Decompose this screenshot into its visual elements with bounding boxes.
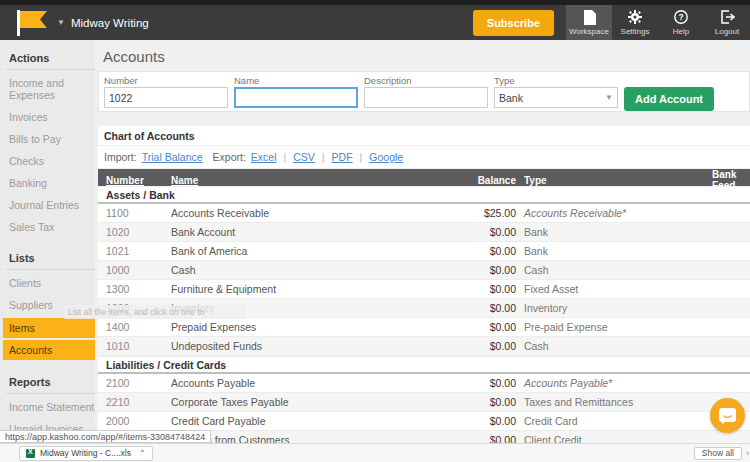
table-row[interactable]: 1010Undeposited Funds$0.00Cash [98,337,750,356]
cell-balance: $0.00 [421,321,516,333]
cell-number: 1021 [106,245,171,257]
sidebar-item-clients[interactable]: Clients [0,272,95,294]
subscribe-button[interactable]: Subscribe [473,10,554,36]
table-row[interactable]: 1020Bank Account$0.00Bank [98,223,750,242]
help-icon: ? [674,9,688,25]
table-row[interactable]: 2210Corporate Taxes Payable$0.00Taxes an… [98,393,750,412]
file-menu-caret-icon[interactable]: ⌃ [139,449,146,458]
cell-balance: $0.00 [421,415,516,427]
cell-number: 1020 [106,226,171,238]
status-bar-url: https://app.kashoo.com/app/#/items-33084… [0,430,211,443]
link-separator: | [360,151,363,163]
add-account-form: NumberNameDescriptionTypeBank▼ Add Accou… [98,71,750,112]
page-title: Accounts [98,46,750,71]
import-trial-balance-link[interactable]: Trial Balance [142,151,203,163]
export-label: Export: [213,151,246,163]
table-row[interactable]: 1100Accounts Receivable$25.00Accounts Re… [98,204,750,223]
import-label: Import: [104,151,137,163]
export-csv-link[interactable]: CSV [293,151,315,163]
sidebar-divider [6,69,95,70]
topbar-nav-help[interactable]: ?Help [658,5,704,40]
description-label: Description [364,75,488,86]
link-separator: | [322,151,325,163]
number-input[interactable] [104,87,228,108]
type-select[interactable]: Bank▼ [494,87,618,108]
fading-tooltip: List all the items, and click on one to [64,305,246,319]
cell-type: Accounts Payable* [524,377,712,389]
table-row[interactable]: 1021Bank of America$0.00Bank [98,242,750,261]
cell-type: Pre-paid Expense [524,321,712,333]
cell-name: Bank Account [171,226,421,238]
sidebar-item-income-statement[interactable]: Income Statement [0,396,95,418]
cell-number: 1000 [106,264,171,276]
kashoo-app: ▼ Midway Writing Subscribe WorkspaceSett… [0,0,750,462]
add-account-button[interactable]: Add Account [624,87,714,111]
sidebar-item-invoices[interactable]: Invoices [0,106,95,128]
main-content: Accounts NumberNameDescriptionTypeBank▼ … [95,40,750,462]
sidebar-gap [0,362,95,370]
cell-type: Bank [524,245,712,257]
number-label: Number [104,75,228,86]
topbar-nav-workspace[interactable]: Workspace [566,5,612,40]
table-row[interactable]: 2000Credit Card Payable$0.00Credit Card [98,412,750,431]
section-header-assets-bank: Assets / Bank [98,187,750,204]
chart-of-accounts-header: Chart of Accounts [98,126,750,146]
cell-type: Credit Card [524,415,712,427]
sidebar-item-sales-tax[interactable]: Sales Tax [0,216,95,238]
sidebar-item-checks[interactable]: Checks [0,150,95,172]
topbar-nav-label: Settings [621,27,650,36]
kashoo-flag-icon [20,11,47,28]
close-downloads-chevron-icon[interactable]: › [746,448,749,458]
chat-widget-button[interactable] [710,398,745,433]
sidebar-item-journal-entries[interactable]: Journal Entries [0,194,95,216]
topbar-nav-settings[interactable]: Settings [612,5,658,40]
sidebar-item-items[interactable]: Items [3,318,95,338]
sidebar-item-income-and-expenses[interactable]: Income and Expenses [0,72,95,106]
cell-name: Accounts Payable [171,377,421,389]
description-input[interactable] [364,87,488,108]
brand[interactable]: ▼ Midway Writing [0,5,149,40]
cell-name: Credit Card Payable [171,415,421,427]
cell-balance: $0.00 [421,340,516,352]
form-field-name: Name [234,75,358,108]
cell-name: Accounts Receivable [171,207,421,219]
topbar-nav-logout[interactable]: Logout [704,5,750,40]
table-row[interactable]: 1400Prepaid Expenses$0.00Pre-paid Expens… [98,318,750,337]
sidebar-gap [0,238,95,246]
logout-icon [720,9,735,25]
sidebar-divider [6,269,95,270]
cell-number: 1400 [106,321,171,333]
sidebar-section-title: Lists [0,246,95,269]
topbar-right: Subscribe WorkspaceSettings?HelpLogout [473,5,750,40]
cell-number: 2100 [106,377,171,389]
cell-name: Corporate Taxes Payable [171,396,421,408]
table-row[interactable]: 1000Cash$0.00Cash [98,261,750,280]
export-excel-link[interactable]: Excel [251,151,277,163]
name-input[interactable] [234,87,358,108]
export-pdf-link[interactable]: PDF [332,151,353,163]
topbar-nav-label: Workspace [569,27,609,36]
cell-number: 1100 [106,207,171,219]
company-dropdown-caret-icon[interactable]: ▼ [57,18,65,27]
sidebar-item-bills-to-pay[interactable]: Bills to Pay [0,128,95,150]
show-all-button[interactable]: Show all [694,447,742,460]
table-row[interactable]: 2100Accounts Payable$0.00Accounts Payabl… [98,374,750,393]
cell-type: Accounts Receivable* [524,207,712,219]
import-export-bar: Import: Trial Balance Export: Excel|CSV|… [98,146,750,168]
company-name[interactable]: Midway Writing [71,17,149,29]
cell-balance: $0.00 [421,396,516,408]
downloaded-file-item[interactable]: Midway Writing - C....xls ⌃ [19,446,153,461]
column-header-name[interactable]: Name [171,175,421,186]
sidebar-item-accounts[interactable]: Accounts [3,340,95,360]
cell-number: 2210 [106,396,171,408]
cell-balance: $0.00 [421,302,516,314]
chart-of-accounts-title: Chart of Accounts [98,130,195,142]
column-header-number[interactable]: Number [106,175,171,186]
cell-name: Cash [171,264,421,276]
topbar-nav-label: Logout [715,27,739,36]
cell-balance: $0.00 [421,283,516,295]
sidebar-section-title: Actions [0,46,95,69]
export-google-link[interactable]: Google [369,151,403,163]
sidebar-item-banking[interactable]: Banking [0,172,95,194]
table-row[interactable]: 1300Furniture & Equipment$0.00Fixed Asse… [98,280,750,299]
